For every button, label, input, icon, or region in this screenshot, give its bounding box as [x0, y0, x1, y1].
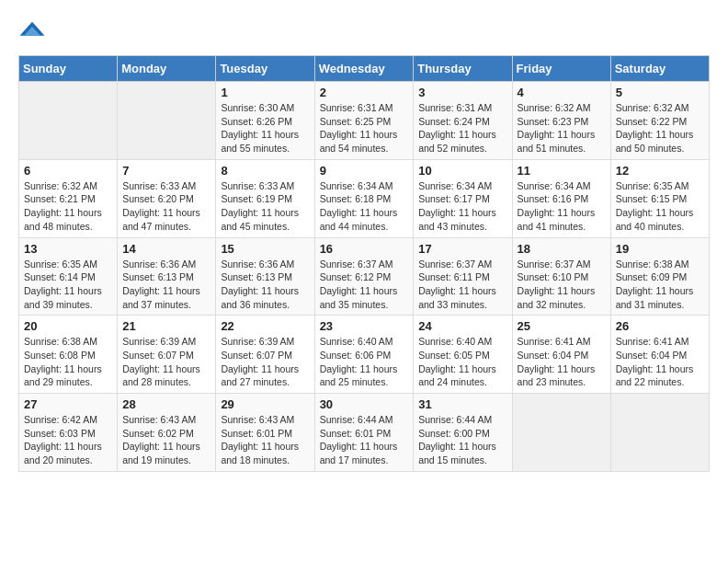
day-number: 27	[24, 397, 112, 411]
day-info: Sunrise: 6:41 AM Sunset: 6:04 PM Dayligh…	[616, 335, 704, 389]
day-of-week-header: Saturday	[610, 56, 709, 82]
day-number: 3	[418, 86, 506, 99]
day-info: Sunrise: 6:41 AM Sunset: 6:04 PM Dayligh…	[518, 335, 606, 389]
day-of-week-header: Sunday	[19, 56, 118, 82]
day-of-week-header: Wednesday	[314, 56, 414, 82]
day-number: 16	[320, 242, 409, 256]
day-number: 28	[122, 397, 210, 411]
day-number: 11	[518, 164, 606, 178]
day-of-week-header: Tuesday	[216, 56, 314, 82]
calendar-cell: 29Sunrise: 6:43 AM Sunset: 6:01 PM Dayli…	[216, 394, 314, 472]
calendar-cell: 28Sunrise: 6:43 AM Sunset: 6:02 PM Dayli…	[118, 394, 216, 472]
calendar-cell: 14Sunrise: 6:36 AM Sunset: 6:13 PM Dayli…	[118, 237, 216, 316]
calendar-cell: 15Sunrise: 6:36 AM Sunset: 6:13 PM Dayli…	[216, 237, 314, 316]
day-info: Sunrise: 6:44 AM Sunset: 6:00 PM Dayligh…	[418, 413, 506, 467]
day-info: Sunrise: 6:36 AM Sunset: 6:13 PM Dayligh…	[221, 258, 309, 312]
day-number: 25	[518, 319, 606, 333]
day-info: Sunrise: 6:33 AM Sunset: 6:19 PM Dayligh…	[221, 179, 309, 234]
calendar-cell: 18Sunrise: 6:37 AM Sunset: 6:10 PM Dayli…	[512, 237, 610, 316]
day-number: 22	[221, 319, 309, 333]
day-number: 29	[221, 397, 309, 411]
day-number: 14	[122, 242, 210, 256]
page-header	[18, 18, 710, 46]
calendar-cell: 5Sunrise: 6:32 AM Sunset: 6:22 PM Daylig…	[610, 82, 709, 160]
calendar-cell: 7Sunrise: 6:33 AM Sunset: 6:20 PM Daylig…	[118, 159, 216, 237]
calendar-cell: 25Sunrise: 6:41 AM Sunset: 6:04 PM Dayli…	[512, 316, 610, 394]
calendar-week-row: 20Sunrise: 6:38 AM Sunset: 6:08 PM Dayli…	[19, 316, 710, 394]
calendar-cell: 26Sunrise: 6:41 AM Sunset: 6:04 PM Dayli…	[610, 316, 709, 394]
day-number: 2	[320, 86, 409, 99]
day-of-week-header: Monday	[118, 56, 216, 82]
day-info: Sunrise: 6:34 AM Sunset: 6:18 PM Dayligh…	[320, 179, 409, 234]
day-info: Sunrise: 6:36 AM Sunset: 6:13 PM Dayligh…	[122, 258, 210, 312]
day-number: 12	[616, 164, 704, 178]
day-number: 26	[616, 319, 704, 333]
calendar-cell: 22Sunrise: 6:39 AM Sunset: 6:07 PM Dayli…	[216, 316, 314, 394]
day-number: 23	[320, 319, 409, 333]
day-of-week-header: Friday	[512, 56, 610, 82]
calendar-week-row: 6Sunrise: 6:32 AM Sunset: 6:21 PM Daylig…	[19, 159, 710, 237]
day-info: Sunrise: 6:42 AM Sunset: 6:03 PM Dayligh…	[24, 413, 112, 467]
day-info: Sunrise: 6:32 AM Sunset: 6:21 PM Dayligh…	[24, 179, 112, 234]
calendar-week-row: 13Sunrise: 6:35 AM Sunset: 6:14 PM Dayli…	[19, 237, 710, 316]
day-info: Sunrise: 6:31 AM Sunset: 6:24 PM Dayligh…	[418, 101, 506, 155]
calendar-cell: 1Sunrise: 6:30 AM Sunset: 6:26 PM Daylig…	[216, 82, 314, 160]
logo-icon	[18, 18, 46, 46]
logo	[18, 18, 50, 46]
day-info: Sunrise: 6:39 AM Sunset: 6:07 PM Dayligh…	[221, 335, 309, 389]
calendar-cell: 6Sunrise: 6:32 AM Sunset: 6:21 PM Daylig…	[19, 159, 118, 237]
calendar-cell: 11Sunrise: 6:34 AM Sunset: 6:16 PM Dayli…	[512, 159, 610, 237]
day-info: Sunrise: 6:37 AM Sunset: 6:11 PM Dayligh…	[418, 258, 506, 312]
day-number: 13	[24, 242, 112, 256]
calendar-week-row: 1Sunrise: 6:30 AM Sunset: 6:26 PM Daylig…	[19, 82, 710, 160]
calendar-cell: 3Sunrise: 6:31 AM Sunset: 6:24 PM Daylig…	[414, 82, 512, 160]
day-info: Sunrise: 6:32 AM Sunset: 6:23 PM Dayligh…	[518, 101, 606, 155]
day-info: Sunrise: 6:35 AM Sunset: 6:14 PM Dayligh…	[24, 258, 112, 312]
day-number: 8	[221, 164, 309, 178]
calendar-cell: 19Sunrise: 6:38 AM Sunset: 6:09 PM Dayli…	[610, 237, 709, 316]
calendar-cell: 10Sunrise: 6:34 AM Sunset: 6:17 PM Dayli…	[414, 159, 512, 237]
day-info: Sunrise: 6:43 AM Sunset: 6:02 PM Dayligh…	[122, 413, 210, 467]
day-number: 31	[418, 397, 506, 411]
calendar-cell: 21Sunrise: 6:39 AM Sunset: 6:07 PM Dayli…	[118, 316, 216, 394]
calendar-cell	[19, 82, 118, 160]
day-number: 1	[221, 86, 309, 99]
calendar-cell: 12Sunrise: 6:35 AM Sunset: 6:15 PM Dayli…	[610, 159, 709, 237]
calendar-cell	[512, 394, 610, 472]
day-number: 19	[616, 242, 704, 256]
day-number: 4	[518, 86, 606, 99]
calendar-cell	[118, 82, 216, 160]
calendar-cell: 23Sunrise: 6:40 AM Sunset: 6:06 PM Dayli…	[314, 316, 414, 394]
calendar-cell: 16Sunrise: 6:37 AM Sunset: 6:12 PM Dayli…	[314, 237, 414, 316]
day-number: 17	[418, 242, 506, 256]
calendar-cell: 2Sunrise: 6:31 AM Sunset: 6:25 PM Daylig…	[314, 82, 414, 160]
day-number: 24	[418, 319, 506, 333]
day-number: 5	[616, 86, 704, 99]
calendar-cell: 27Sunrise: 6:42 AM Sunset: 6:03 PM Dayli…	[19, 394, 118, 472]
calendar-cell: 8Sunrise: 6:33 AM Sunset: 6:19 PM Daylig…	[216, 159, 314, 237]
day-info: Sunrise: 6:43 AM Sunset: 6:01 PM Dayligh…	[221, 413, 309, 467]
day-number: 15	[221, 242, 309, 256]
day-info: Sunrise: 6:38 AM Sunset: 6:09 PM Dayligh…	[616, 258, 704, 312]
calendar-cell: 24Sunrise: 6:40 AM Sunset: 6:05 PM Dayli…	[414, 316, 512, 394]
calendar-table: SundayMondayTuesdayWednesdayThursdayFrid…	[18, 55, 710, 472]
calendar-cell: 30Sunrise: 6:44 AM Sunset: 6:01 PM Dayli…	[314, 394, 414, 472]
calendar-cell: 13Sunrise: 6:35 AM Sunset: 6:14 PM Dayli…	[19, 237, 118, 316]
day-of-week-header: Thursday	[414, 56, 512, 82]
day-info: Sunrise: 6:37 AM Sunset: 6:10 PM Dayligh…	[518, 258, 606, 312]
day-info: Sunrise: 6:32 AM Sunset: 6:22 PM Dayligh…	[616, 101, 704, 155]
day-number: 21	[122, 319, 210, 333]
day-number: 20	[24, 319, 112, 333]
day-info: Sunrise: 6:39 AM Sunset: 6:07 PM Dayligh…	[122, 335, 210, 389]
day-info: Sunrise: 6:34 AM Sunset: 6:16 PM Dayligh…	[518, 179, 606, 234]
day-number: 10	[418, 164, 506, 178]
calendar-header-row: SundayMondayTuesdayWednesdayThursdayFrid…	[19, 56, 710, 82]
day-info: Sunrise: 6:40 AM Sunset: 6:05 PM Dayligh…	[418, 335, 506, 389]
day-number: 18	[518, 242, 606, 256]
day-info: Sunrise: 6:37 AM Sunset: 6:12 PM Dayligh…	[320, 258, 409, 312]
day-number: 6	[24, 164, 112, 178]
calendar-cell: 31Sunrise: 6:44 AM Sunset: 6:00 PM Dayli…	[414, 394, 512, 472]
day-info: Sunrise: 6:38 AM Sunset: 6:08 PM Dayligh…	[24, 335, 112, 389]
calendar-cell: 4Sunrise: 6:32 AM Sunset: 6:23 PM Daylig…	[512, 82, 610, 160]
day-number: 9	[320, 164, 409, 178]
